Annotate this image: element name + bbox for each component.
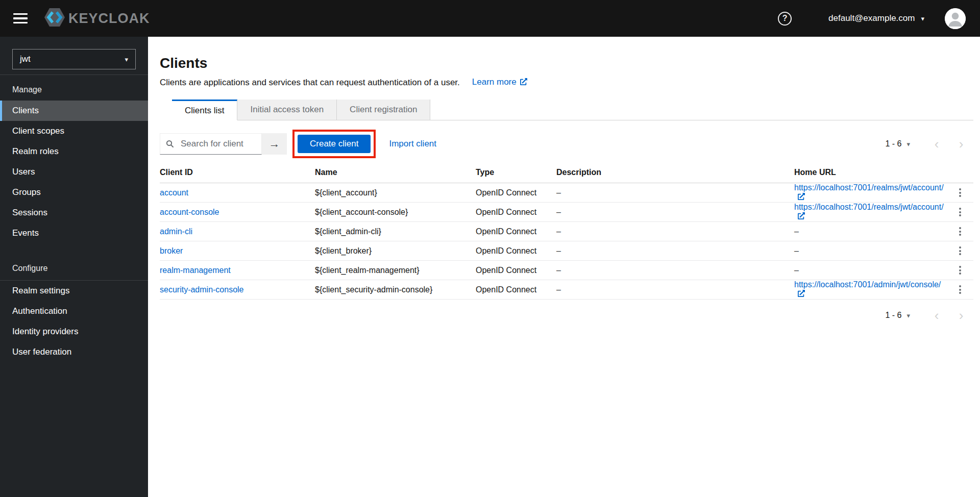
sidebar-item-users[interactable]: Users — [0, 162, 148, 182]
user-menu[interactable]: default@example.com ▾ — [828, 13, 924, 23]
sidebar-item-sessions[interactable]: Sessions — [0, 203, 148, 223]
tab-client-registration[interactable]: Client registration — [337, 100, 430, 120]
page-header: Clients Clients are applications and ser… — [148, 37, 980, 88]
table-row: account${client_account}OpenID Connect–h… — [160, 183, 973, 203]
home-url-link[interactable]: https://localhost:7001/admin/jwt/console… — [794, 280, 941, 298]
home-url-empty: – — [794, 261, 947, 280]
client-type: OpenID Connect — [476, 203, 556, 222]
sidebar-item-events[interactable]: Events — [0, 223, 148, 243]
pagination-range-dropdown[interactable]: 1 - 6 ▾ — [885, 139, 910, 148]
main-content: Clients Clients are applications and ser… — [148, 37, 980, 497]
client-description: – — [556, 280, 794, 300]
pagination-top: 1 - 6 ▾ ‹ › — [885, 137, 973, 151]
home-url-link[interactable]: https://localhost:7001/realms/jwt/accoun… — [794, 183, 944, 201]
column-header-client-id: Client ID — [160, 162, 315, 183]
next-page-button[interactable]: › — [949, 137, 973, 151]
client-description: – — [556, 241, 794, 261]
realm-selector[interactable]: jwt ▾ — [12, 49, 136, 69]
client-type: OpenID Connect — [476, 222, 556, 241]
avatar[interactable] — [945, 8, 966, 29]
column-header-name: Name — [315, 162, 476, 183]
client-id-link[interactable]: realm-management — [160, 266, 231, 275]
client-id-link[interactable]: admin-cli — [160, 227, 192, 236]
next-page-button[interactable]: › — [949, 309, 973, 322]
sidebar-item-realm-settings[interactable]: Realm settings — [0, 281, 148, 301]
import-client-link[interactable]: Import client — [389, 139, 436, 149]
nav-section-manage: ManageClientsClient scopesRealm rolesUse… — [0, 75, 148, 243]
chevron-down-icon: ▾ — [906, 140, 910, 148]
page-description: Clients are applications and services th… — [160, 78, 460, 88]
sidebar-item-client-scopes[interactable]: Client scopes — [0, 121, 148, 141]
home-url-link[interactable]: https://localhost:7001/realms/jwt/accoun… — [794, 203, 944, 220]
masthead: KEYCLOAK ? default@example.com ▾ — [0, 0, 980, 37]
pagination-range: 1 - 6 — [885, 311, 901, 320]
client-id-link[interactable]: broker — [160, 246, 183, 255]
client-name: ${client_security-admin-console} — [315, 280, 476, 300]
client-id-link[interactable]: account-console — [160, 208, 219, 216]
prev-page-button[interactable]: ‹ — [924, 137, 949, 151]
clients-table: Client IDNameTypeDescriptionHome URL acc… — [160, 162, 973, 300]
page-title: Clients — [160, 55, 973, 71]
home-url-empty: – — [794, 241, 947, 261]
table-row: account-console${client_account-console}… — [160, 203, 973, 222]
kebab-menu-icon[interactable] — [955, 207, 965, 217]
client-type: OpenID Connect — [476, 183, 556, 203]
table-row: broker${client_broker}OpenID Connect–– — [160, 241, 973, 261]
kebab-menu-icon[interactable] — [955, 285, 965, 295]
search-icon — [166, 140, 174, 150]
client-description: – — [556, 183, 794, 203]
search-wrap — [160, 133, 262, 155]
user-email: default@example.com — [828, 13, 915, 23]
sidebar-item-realm-roles[interactable]: Realm roles — [0, 141, 148, 162]
sidebar-item-user-federation[interactable]: User federation — [0, 342, 148, 362]
client-name: ${client_account} — [315, 183, 476, 203]
table-header-row: Client IDNameTypeDescriptionHome URL — [160, 162, 973, 183]
highlight-annotation: Create client — [292, 130, 376, 158]
sidebar-nav: ManageClientsClient scopesRealm rolesUse… — [0, 75, 148, 362]
column-header-description: Description — [556, 162, 794, 183]
kebab-menu-icon[interactable] — [955, 188, 965, 198]
nav-section-title: Configure — [0, 243, 148, 281]
client-description: – — [556, 203, 794, 222]
client-id-link[interactable]: security-admin-console — [160, 285, 244, 294]
sidebar-item-authentication[interactable]: Authentication — [0, 301, 148, 321]
pagination-range-dropdown[interactable]: 1 - 6 ▾ — [885, 311, 910, 320]
sidebar-item-identity-providers[interactable]: Identity providers — [0, 321, 148, 342]
realm-name: jwt — [20, 54, 31, 64]
kebab-menu-icon[interactable] — [955, 246, 965, 256]
realm-selector-block: jwt ▾ — [0, 37, 148, 75]
client-type: OpenID Connect — [476, 261, 556, 280]
client-name: ${client_admin-cli} — [315, 222, 476, 241]
nav-section-configure: ConfigureRealm settingsAuthenticationIde… — [0, 243, 148, 362]
prev-page-button[interactable]: ‹ — [924, 309, 949, 322]
search-submit-button[interactable]: → — [262, 133, 287, 155]
client-description: – — [556, 261, 794, 280]
client-id-link[interactable]: account — [160, 188, 188, 197]
create-client-button[interactable]: Create client — [298, 135, 371, 153]
tabs: Clients listInitial access tokenClient r… — [172, 100, 973, 120]
search-input[interactable] — [160, 133, 262, 155]
sidebar-item-clients[interactable]: Clients — [0, 101, 148, 121]
learn-more-link[interactable]: Learn more — [472, 77, 527, 88]
client-type: OpenID Connect — [476, 280, 556, 300]
chevron-down-icon: ▾ — [921, 15, 924, 22]
external-link-icon — [520, 78, 527, 88]
tabs-filler — [430, 100, 973, 120]
tab-initial-access-token[interactable]: Initial access token — [237, 100, 337, 120]
pagination-bottom: 1 - 6 ▾ ‹ › — [885, 309, 973, 322]
client-name: ${client_account-console} — [315, 203, 476, 222]
sidebar-item-groups[interactable]: Groups — [0, 182, 148, 203]
external-link-icon — [798, 193, 805, 202]
table-row: security-admin-console${client_security-… — [160, 280, 973, 300]
kebab-menu-icon[interactable] — [955, 227, 965, 237]
tab-clients-list[interactable]: Clients list — [172, 100, 237, 120]
client-type: OpenID Connect — [476, 241, 556, 261]
hamburger-menu-icon[interactable] — [13, 13, 28, 24]
external-link-icon — [798, 212, 805, 221]
kebab-menu-icon[interactable] — [955, 265, 965, 276]
chevron-down-icon: ▾ — [125, 56, 128, 63]
pagination-range: 1 - 6 — [885, 139, 901, 148]
client-name: ${client_broker} — [315, 241, 476, 261]
column-header-home-url: Home URL — [794, 162, 947, 183]
help-icon[interactable]: ? — [778, 12, 792, 26]
